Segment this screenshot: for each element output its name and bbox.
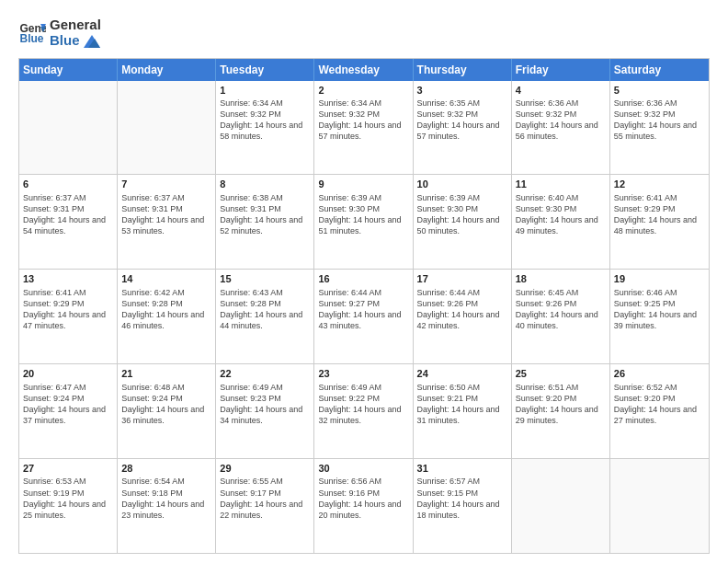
- calendar-cell-4-4: 23Sunrise: 6:49 AM Sunset: 9:22 PM Dayli…: [314, 364, 413, 458]
- day-number: 25: [516, 367, 606, 380]
- day-number: 29: [220, 462, 310, 475]
- cell-info: Sunrise: 6:39 AM Sunset: 9:30 PM Dayligh…: [417, 192, 507, 237]
- cell-info: Sunrise: 6:55 AM Sunset: 9:17 PM Dayligh…: [220, 476, 310, 521]
- calendar-cell-3-2: 14Sunrise: 6:42 AM Sunset: 9:28 PM Dayli…: [118, 270, 216, 363]
- calendar-cell-5-6: [512, 459, 610, 553]
- day-number: 15: [220, 272, 310, 285]
- day-number: 4: [516, 84, 606, 97]
- calendar-cell-5-2: 28Sunrise: 6:54 AM Sunset: 9:18 PM Dayli…: [118, 459, 216, 553]
- cell-info: Sunrise: 6:41 AM Sunset: 9:29 PM Dayligh…: [614, 192, 705, 237]
- calendar-cell-2-4: 9Sunrise: 6:39 AM Sunset: 9:30 PM Daylig…: [314, 175, 413, 269]
- day-number: 28: [121, 462, 211, 475]
- cell-info: Sunrise: 6:39 AM Sunset: 9:30 PM Dayligh…: [318, 192, 408, 237]
- calendar-cell-2-7: 12Sunrise: 6:41 AM Sunset: 9:29 PM Dayli…: [610, 175, 709, 269]
- calendar-cell-4-3: 22Sunrise: 6:49 AM Sunset: 9:23 PM Dayli…: [216, 364, 314, 458]
- day-number: 17: [417, 272, 507, 285]
- day-number: 18: [516, 272, 606, 285]
- day-number: 3: [417, 84, 507, 97]
- day-number: 31: [417, 462, 507, 475]
- calendar-row-2: 6Sunrise: 6:37 AM Sunset: 9:31 PM Daylig…: [19, 175, 709, 270]
- calendar-header: SundayMondayTuesdayWednesdayThursdayFrid…: [19, 59, 709, 81]
- cell-info: Sunrise: 6:50 AM Sunset: 9:21 PM Dayligh…: [417, 382, 507, 427]
- day-number: 24: [417, 367, 507, 380]
- weekday-header-thursday: Thursday: [414, 59, 512, 81]
- calendar-cell-4-6: 25Sunrise: 6:51 AM Sunset: 9:20 PM Dayli…: [512, 364, 610, 458]
- calendar-cell-3-6: 18Sunrise: 6:45 AM Sunset: 9:26 PM Dayli…: [512, 270, 610, 363]
- cell-info: Sunrise: 6:42 AM Sunset: 9:28 PM Dayligh…: [121, 287, 211, 332]
- cell-info: Sunrise: 6:45 AM Sunset: 9:26 PM Dayligh…: [516, 287, 606, 332]
- calendar-cell-5-7: [610, 459, 709, 553]
- day-number: 23: [318, 367, 408, 380]
- cell-info: Sunrise: 6:54 AM Sunset: 9:18 PM Dayligh…: [121, 476, 211, 521]
- calendar-cell-1-3: 1Sunrise: 6:34 AM Sunset: 9:32 PM Daylig…: [216, 81, 314, 175]
- day-number: 30: [318, 462, 408, 475]
- calendar-cell-1-2: [118, 81, 216, 175]
- cell-info: Sunrise: 6:57 AM Sunset: 9:15 PM Dayligh…: [417, 476, 507, 521]
- cell-info: Sunrise: 6:38 AM Sunset: 9:31 PM Dayligh…: [220, 192, 310, 237]
- cell-info: Sunrise: 6:56 AM Sunset: 9:16 PM Dayligh…: [318, 476, 408, 521]
- calendar-cell-4-5: 24Sunrise: 6:50 AM Sunset: 9:21 PM Dayli…: [414, 364, 512, 458]
- calendar-cell-1-4: 2Sunrise: 6:34 AM Sunset: 9:32 PM Daylig…: [314, 81, 413, 175]
- logo-blue: Blue: [50, 32, 101, 48]
- calendar: SundayMondayTuesdayWednesdayThursdayFrid…: [18, 58, 710, 555]
- day-number: 21: [121, 367, 211, 380]
- day-number: 6: [23, 178, 113, 190]
- calendar-body: 1Sunrise: 6:34 AM Sunset: 9:32 PM Daylig…: [19, 81, 709, 554]
- calendar-cell-3-7: 19Sunrise: 6:46 AM Sunset: 9:25 PM Dayli…: [610, 270, 709, 363]
- calendar-cell-3-4: 16Sunrise: 6:44 AM Sunset: 9:27 PM Dayli…: [314, 270, 413, 363]
- calendar-cell-3-3: 15Sunrise: 6:43 AM Sunset: 9:28 PM Dayli…: [216, 270, 314, 363]
- calendar-row-4: 20Sunrise: 6:47 AM Sunset: 9:24 PM Dayli…: [19, 364, 709, 459]
- svg-text:Blue: Blue: [20, 32, 44, 45]
- cell-info: Sunrise: 6:34 AM Sunset: 9:32 PM Dayligh…: [318, 98, 408, 143]
- calendar-cell-1-5: 3Sunrise: 6:35 AM Sunset: 9:32 PM Daylig…: [414, 81, 512, 175]
- cell-info: Sunrise: 6:34 AM Sunset: 9:32 PM Dayligh…: [220, 98, 310, 143]
- weekday-header-friday: Friday: [512, 59, 610, 81]
- calendar-cell-2-5: 10Sunrise: 6:39 AM Sunset: 9:30 PM Dayli…: [414, 175, 512, 269]
- calendar-cell-2-2: 7Sunrise: 6:37 AM Sunset: 9:31 PM Daylig…: [118, 175, 216, 269]
- calendar-cell-2-3: 8Sunrise: 6:38 AM Sunset: 9:31 PM Daylig…: [216, 175, 314, 269]
- calendar-cell-5-4: 30Sunrise: 6:56 AM Sunset: 9:16 PM Dayli…: [314, 459, 413, 553]
- day-number: 27: [23, 462, 113, 475]
- calendar-cell-4-2: 21Sunrise: 6:48 AM Sunset: 9:24 PM Dayli…: [118, 364, 216, 458]
- logo-arrow-icon: [84, 35, 100, 48]
- day-number: 19: [614, 272, 705, 285]
- weekday-header-monday: Monday: [118, 59, 216, 81]
- day-number: 16: [318, 272, 408, 285]
- calendar-cell-3-1: 13Sunrise: 6:41 AM Sunset: 9:29 PM Dayli…: [19, 270, 118, 363]
- cell-info: Sunrise: 6:35 AM Sunset: 9:32 PM Dayligh…: [417, 98, 507, 143]
- day-number: 2: [318, 84, 408, 97]
- page-header: General Blue General Blue: [18, 17, 710, 49]
- cell-info: Sunrise: 6:49 AM Sunset: 9:23 PM Dayligh…: [220, 382, 310, 427]
- calendar-cell-5-5: 31Sunrise: 6:57 AM Sunset: 9:15 PM Dayli…: [414, 459, 512, 553]
- cell-info: Sunrise: 6:43 AM Sunset: 9:28 PM Dayligh…: [220, 287, 310, 332]
- calendar-cell-1-1: [19, 81, 118, 175]
- cell-info: Sunrise: 6:36 AM Sunset: 9:32 PM Dayligh…: [516, 98, 606, 143]
- cell-info: Sunrise: 6:49 AM Sunset: 9:22 PM Dayligh…: [318, 382, 408, 427]
- calendar-cell-1-7: 5Sunrise: 6:36 AM Sunset: 9:32 PM Daylig…: [610, 81, 709, 175]
- day-number: 14: [121, 272, 211, 285]
- logo-icon: General Blue: [18, 18, 46, 46]
- calendar-cell-4-7: 26Sunrise: 6:52 AM Sunset: 9:20 PM Dayli…: [610, 364, 709, 458]
- calendar-cell-3-5: 17Sunrise: 6:44 AM Sunset: 9:26 PM Dayli…: [414, 270, 512, 363]
- cell-info: Sunrise: 6:47 AM Sunset: 9:24 PM Dayligh…: [23, 382, 113, 427]
- day-number: 10: [417, 178, 507, 190]
- calendar-cell-2-1: 6Sunrise: 6:37 AM Sunset: 9:31 PM Daylig…: [19, 175, 118, 269]
- calendar-row-1: 1Sunrise: 6:34 AM Sunset: 9:32 PM Daylig…: [19, 81, 709, 176]
- day-number: 5: [614, 84, 705, 97]
- logo: General Blue General Blue: [18, 17, 101, 49]
- cell-info: Sunrise: 6:48 AM Sunset: 9:24 PM Dayligh…: [121, 382, 211, 427]
- weekday-header-sunday: Sunday: [19, 59, 118, 81]
- calendar-row-5: 27Sunrise: 6:53 AM Sunset: 9:19 PM Dayli…: [19, 459, 709, 553]
- calendar-cell-1-6: 4Sunrise: 6:36 AM Sunset: 9:32 PM Daylig…: [512, 81, 610, 175]
- cell-info: Sunrise: 6:51 AM Sunset: 9:20 PM Dayligh…: [516, 382, 606, 427]
- cell-info: Sunrise: 6:40 AM Sunset: 9:30 PM Dayligh…: [516, 192, 606, 237]
- cell-info: Sunrise: 6:52 AM Sunset: 9:20 PM Dayligh…: [614, 382, 705, 427]
- calendar-cell-4-1: 20Sunrise: 6:47 AM Sunset: 9:24 PM Dayli…: [19, 364, 118, 458]
- day-number: 22: [220, 367, 310, 380]
- day-number: 7: [121, 178, 211, 190]
- day-number: 13: [23, 272, 113, 285]
- calendar-cell-2-6: 11Sunrise: 6:40 AM Sunset: 9:30 PM Dayli…: [512, 175, 610, 269]
- calendar-row-3: 13Sunrise: 6:41 AM Sunset: 9:29 PM Dayli…: [19, 270, 709, 364]
- day-number: 9: [318, 178, 408, 190]
- day-number: 11: [516, 178, 606, 190]
